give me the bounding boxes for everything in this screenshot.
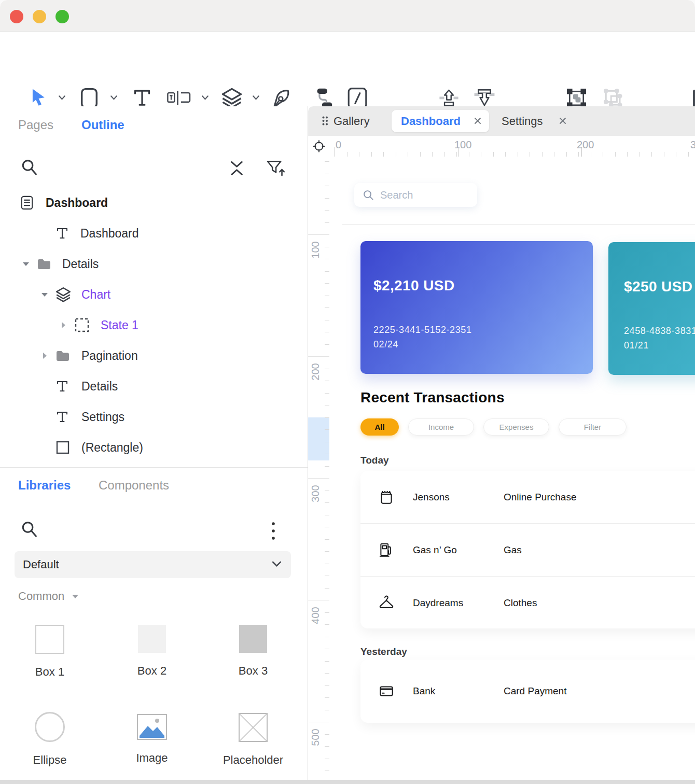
libraries-menu-button[interactable] bbox=[270, 521, 276, 543]
component-box-1[interactable]: Box 1 bbox=[13, 625, 86, 679]
card-amount: $2,210 USD bbox=[373, 277, 455, 294]
zoom-window-button[interactable] bbox=[55, 10, 69, 23]
panel-divider bbox=[0, 467, 308, 468]
tree-item-rectangle[interactable]: (Rectangle) bbox=[0, 432, 307, 463]
transactions-card-yesterday: Bank Card Payment bbox=[360, 660, 695, 723]
box2-thumbnail bbox=[138, 625, 166, 653]
filter-layers-button[interactable] bbox=[266, 159, 286, 180]
close-window-button[interactable] bbox=[10, 10, 23, 23]
ruler-label: 500 bbox=[310, 722, 321, 753]
common-section-header[interactable]: Common bbox=[18, 590, 79, 603]
cursor-icon bbox=[29, 87, 48, 108]
box1-thumbnail bbox=[35, 625, 64, 654]
text-layer-icon bbox=[55, 410, 70, 424]
tree-item-state-1[interactable]: State 1 bbox=[0, 310, 307, 340]
text-layer-icon bbox=[55, 379, 70, 394]
window-bottom-edge bbox=[0, 780, 695, 784]
tree-item-dashboard-text[interactable]: Dashboard bbox=[0, 218, 307, 248]
component-box-3[interactable]: Box 3 bbox=[217, 625, 289, 678]
tree-item-page-dashboard[interactable]: Dashboard bbox=[0, 187, 307, 218]
filter-pill-income[interactable]: Income bbox=[408, 418, 474, 436]
credit-card-teal[interactable]: $250 USD 2458-4838-3831- 01/21 bbox=[608, 242, 695, 375]
folder-icon bbox=[36, 257, 52, 271]
credit-card-blue[interactable]: $2,210 USD 2225-3441-5152-2351 02/24 bbox=[360, 241, 593, 374]
chevron-down-icon bbox=[58, 95, 66, 101]
collapse-all-button[interactable] bbox=[228, 160, 245, 179]
tab-libraries[interactable]: Libraries bbox=[18, 478, 71, 493]
tree-item-pagination[interactable]: Pagination bbox=[0, 340, 307, 371]
tree-item-details-group[interactable]: Details bbox=[0, 248, 307, 279]
tree-item-details-text[interactable]: Details bbox=[0, 371, 307, 401]
ruler-label: 100 bbox=[454, 139, 471, 151]
caret-down-icon[interactable] bbox=[40, 291, 49, 298]
tab-outline[interactable]: Outline bbox=[81, 118, 124, 132]
folder-icon bbox=[55, 349, 71, 362]
rectangle-layer-icon bbox=[55, 440, 70, 455]
tab-dashboard[interactable]: Dashboard bbox=[392, 110, 489, 132]
collapse-icon bbox=[228, 160, 245, 177]
caret-right-icon[interactable] bbox=[60, 321, 66, 329]
close-tab-settings-icon[interactable] bbox=[559, 117, 566, 124]
search-input[interactable] bbox=[379, 189, 469, 202]
ruler-label: 400 bbox=[310, 600, 321, 631]
tab-dashboard-label: Dashboard bbox=[401, 115, 461, 128]
component-box-2[interactable]: Box 2 bbox=[116, 625, 188, 678]
ruler-label: 200 bbox=[310, 356, 321, 387]
search-icon bbox=[363, 190, 374, 201]
design-search-field[interactable] bbox=[354, 183, 477, 207]
tab-settings[interactable]: Settings bbox=[502, 115, 543, 128]
search-icon bbox=[21, 520, 38, 539]
crosshair-icon bbox=[313, 140, 325, 152]
component-state-icon bbox=[74, 317, 90, 333]
box3-thumbnail bbox=[239, 625, 267, 653]
component-ellipse[interactable]: Ellipse bbox=[13, 712, 86, 767]
tree-item-settings-text[interactable]: Settings bbox=[0, 401, 307, 432]
gas-pump-icon bbox=[378, 541, 395, 559]
filter-pill-filter[interactable]: Filter bbox=[559, 418, 627, 436]
transaction-row[interactable]: Gas n’ Go Gas bbox=[360, 524, 695, 577]
filter-pill-expenses[interactable]: Expenses bbox=[483, 418, 549, 436]
component-placeholder[interactable]: Placeholder bbox=[217, 713, 289, 767]
canvas-tabbar: Gallery Dashboard Settings bbox=[308, 106, 695, 136]
card-number: 2225-3441-5152-2351 bbox=[373, 325, 472, 335]
transactions-card-today: Jensons Online Purchase Gas n’ Go Gas bbox=[360, 471, 695, 628]
group-label-today: Today bbox=[360, 455, 389, 466]
tab-gallery[interactable]: Gallery bbox=[333, 115, 370, 128]
drag-handle-icon[interactable] bbox=[322, 116, 328, 128]
kebab-menu-icon bbox=[270, 521, 276, 541]
clothes-hanger-icon bbox=[378, 594, 395, 612]
libraries-search-button[interactable] bbox=[21, 520, 38, 541]
design-canvas[interactable]: $2,210 USD 2225-3441-5152-2351 02/24 $25… bbox=[329, 157, 695, 784]
ruler-label: 3 bbox=[690, 139, 695, 151]
horizontal-ruler[interactable]: 0 100 200 3 bbox=[329, 136, 695, 157]
library-select-value: Default bbox=[23, 558, 59, 571]
input-field-icon bbox=[167, 89, 191, 106]
component-image[interactable]: Image bbox=[116, 714, 188, 765]
document-icon bbox=[20, 194, 34, 211]
library-select[interactable]: Default bbox=[15, 551, 291, 578]
chevron-down-icon bbox=[252, 95, 260, 101]
toolbar bbox=[0, 32, 695, 106]
transaction-row[interactable]: Daydreams Clothes bbox=[360, 577, 695, 629]
vertical-ruler[interactable]: 100 200 300 400 500 bbox=[308, 157, 330, 784]
caret-right-icon[interactable] bbox=[41, 352, 48, 360]
tab-pages[interactable]: Pages bbox=[18, 118, 53, 132]
transaction-row[interactable]: Bank Card Payment bbox=[360, 660, 695, 723]
outline-search-button[interactable] bbox=[21, 158, 38, 179]
filter-pill-all[interactable]: All bbox=[360, 418, 399, 436]
minimize-window-button[interactable] bbox=[33, 10, 46, 23]
ruler-ticks bbox=[329, 152, 695, 157]
tree-item-chart[interactable]: Chart bbox=[0, 279, 307, 310]
filter-icon bbox=[266, 159, 286, 178]
card-expiry: 02/24 bbox=[373, 339, 398, 350]
ruler-origin-button[interactable] bbox=[308, 136, 330, 157]
chevron-down-icon bbox=[201, 95, 209, 101]
ruler-label: 200 bbox=[577, 139, 594, 151]
placeholder-icon bbox=[239, 713, 268, 742]
caret-down-icon[interactable] bbox=[22, 261, 30, 267]
tab-components[interactable]: Components bbox=[99, 478, 169, 493]
card-amount: $250 USD bbox=[624, 278, 692, 295]
close-tab-dashboard-icon[interactable] bbox=[474, 117, 481, 124]
transaction-row[interactable]: Jensons Online Purchase bbox=[360, 471, 695, 524]
ruler-ticks bbox=[325, 157, 329, 784]
